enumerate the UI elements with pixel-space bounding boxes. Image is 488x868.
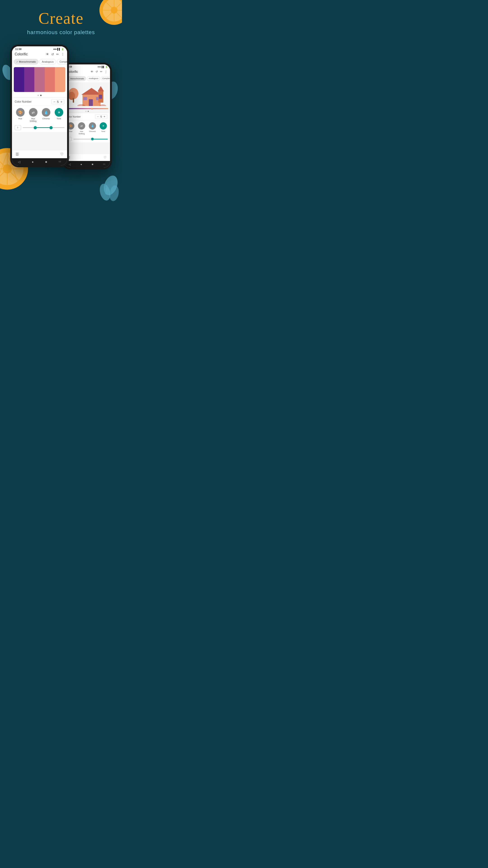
mode-icons-left: 🎨 Hue ⇄ HueShifting 💧 Chroma ☀ Tone: [12, 106, 67, 123]
svg-rect-32: [89, 99, 93, 106]
color-number-value-left: 5: [57, 100, 59, 103]
color-number-minus-left[interactable]: −: [53, 100, 55, 103]
slider-track-container-right[interactable]: [73, 137, 108, 141]
back-btn-right[interactable]: ◁: [69, 163, 71, 166]
progress-bar-area: [64, 107, 110, 110]
mode-hue-shifting-left[interactable]: ⇄ HueShifting: [29, 108, 37, 123]
progress-bar-right: [66, 108, 108, 109]
keyboard-icon-right: ⌨: [103, 163, 105, 165]
rp-dot-1: [86, 111, 87, 112]
svg-marker-36: [98, 86, 104, 91]
slider-thumb-left-1[interactable]: [34, 126, 37, 129]
wifi-icon: ▾▾▾: [53, 48, 57, 51]
phones-container: 11:58 ▾▾▾ ▌▌ 🔋 Colorific 👁 ↺ ✏ ⋮: [0, 44, 122, 169]
status-bar-right: 11:59 ▾▾▾ ▌▌ 🔋: [64, 64, 110, 68]
swatch-5: [55, 67, 65, 92]
gray-area-left: [12, 132, 67, 150]
color-number-plus-right[interactable]: +: [104, 115, 105, 118]
svg-rect-33: [84, 97, 87, 100]
phone-right-inner: 11:59 ▾▾▾ ▌▌ 🔋 Colorific 👁 ↺ ✏ ⋮: [64, 64, 110, 161]
swatch-3: [34, 67, 45, 92]
header: Create harmonious color palettes: [0, 0, 122, 40]
more-icon[interactable]: ⋮: [61, 53, 64, 56]
tab-analogous-left[interactable]: Analogous: [39, 59, 56, 64]
more-icon-right[interactable]: ⋮: [105, 70, 107, 73]
color-number-plus-left[interactable]: +: [61, 100, 62, 103]
pencil-icon-right[interactable]: ✏: [100, 70, 102, 73]
slider-thumb-left-2[interactable]: [50, 126, 53, 129]
slider-type-btn-left[interactable]: /·: [15, 125, 21, 130]
mode-hue-shifting-right[interactable]: ⇄ HueShifting: [78, 122, 85, 135]
nav-bar-left: ◁ ● ■ ⌨: [12, 158, 67, 165]
mode-hue-left[interactable]: 🎨 Hue: [16, 108, 25, 123]
bottom-bar-right: ☰ ♡: [64, 154, 110, 161]
pencil-icon[interactable]: ✏: [56, 53, 59, 56]
slider-row-right: /·: [64, 135, 110, 143]
swatch-2: [24, 67, 35, 92]
slider-track-left: [23, 127, 64, 128]
refresh-icon[interactable]: ↺: [51, 53, 54, 56]
bottom-bar-left: ☰ ♡: [12, 150, 67, 158]
color-number-minus-right[interactable]: −: [97, 115, 99, 118]
gray-area-right: [64, 143, 110, 154]
house-svg: [67, 84, 107, 106]
app-bar-left: Colorific 👁 ↺ ✏ ⋮: [12, 51, 67, 58]
phone-right: 11:59 ▾▾▾ ▌▌ 🔋 Colorific 👁 ↺ ✏ ⋮: [62, 63, 112, 169]
color-number-row-left: Color Number − 5 +: [12, 98, 67, 105]
chroma-icon-circle: 💧: [42, 108, 51, 117]
status-time-left: 11:58: [15, 48, 22, 51]
svg-rect-29: [73, 98, 74, 103]
eye-icon[interactable]: 👁: [46, 53, 49, 56]
color-number-control-left: − 5 +: [51, 99, 64, 104]
rp-dot-2: [88, 111, 89, 112]
refresh-icon-right[interactable]: ↺: [96, 70, 98, 73]
recents-btn-right[interactable]: ■: [92, 163, 93, 166]
tabs-right: Monochromatic Analogous Complemen…: [64, 75, 110, 82]
home-btn-left[interactable]: ●: [32, 160, 34, 164]
chroma-label-right: Chroma: [89, 130, 96, 133]
keyboard-icon-left: ⌨: [59, 161, 61, 163]
status-icons-right: ▾▾▾ ▌▌ 🔋: [98, 66, 108, 68]
tab-complementary-left[interactable]: Complemen…: [57, 59, 67, 64]
hue-icon-circle: 🎨: [16, 108, 25, 117]
mode-tone-right[interactable]: ☀ Tone: [100, 122, 107, 135]
status-icons-left: ▾▾▾ ▌▌ 🔋: [53, 48, 64, 51]
tab-analogous-right[interactable]: Analogous: [87, 76, 100, 81]
chroma-icon-circle-right: 💧: [89, 122, 96, 129]
color-number-control-right: − 5 +: [95, 114, 107, 119]
color-number-row-right: Color Number − 5 +: [64, 113, 110, 120]
hue-shifting-icon-circle: ⇄: [29, 108, 37, 117]
slider-track-container-left[interactable]: [23, 126, 64, 130]
slider-thumb-right[interactable]: [91, 138, 94, 141]
list-icon-left[interactable]: ☰: [15, 152, 19, 156]
mode-chroma-left[interactable]: 💧 Chroma: [42, 108, 51, 123]
tab-complementary-right[interactable]: Complemen…: [101, 76, 110, 81]
app-bar-right: Colorific 👁 ↺ ✏ ⋮: [64, 68, 110, 75]
signal-icon: ▌▌: [57, 48, 61, 51]
back-btn-left[interactable]: ◁: [18, 160, 20, 164]
status-bar-left: 11:58 ▾▾▾ ▌▌ 🔋: [12, 46, 67, 51]
nav-bar-right: ◁ ● ■ ⌨: [64, 161, 110, 168]
app-bar-icons-right: 👁 ↺ ✏ ⋮: [91, 70, 107, 73]
mode-icons-right: 🎨 Hue ⇄ HueShifting 💧 Chroma ☀ Tone: [64, 121, 110, 135]
app-title-left: Colorific: [15, 52, 28, 56]
heart-icon-left[interactable]: ♡: [60, 152, 64, 156]
tab-monochromatic-left[interactable]: Monochromatic: [14, 59, 38, 64]
hue-shifting-label: HueShifting: [30, 118, 36, 123]
hue-shifting-label-right: HueShifting: [78, 130, 85, 135]
mode-tone-left[interactable]: ☀ Tone: [55, 108, 63, 123]
color-number-label-left: Color Number: [15, 100, 32, 103]
tone-icon-circle-right: ☀: [100, 122, 107, 129]
dot-1: [37, 95, 39, 96]
wifi-icon-right: ▾▾▾: [98, 66, 101, 68]
hue-label: Hue: [18, 118, 22, 120]
heart-icon-right[interactable]: ♡: [104, 156, 106, 159]
eye-icon-right[interactable]: 👁: [91, 70, 93, 73]
recents-btn-left[interactable]: ■: [45, 160, 47, 164]
phone-right-screen: 11:59 ▾▾▾ ▌▌ 🔋 Colorific 👁 ↺ ✏ ⋮: [64, 64, 110, 168]
phone-left-screen: 11:58 ▾▾▾ ▌▌ 🔋 Colorific 👁 ↺ ✏ ⋮: [12, 46, 67, 165]
app-bar-icons-left: 👁 ↺ ✏ ⋮: [46, 53, 64, 56]
home-btn-right[interactable]: ●: [80, 163, 82, 166]
mode-chroma-right[interactable]: 💧 Chroma: [89, 122, 96, 135]
header-subtitle: harmonious color palettes: [0, 29, 122, 35]
